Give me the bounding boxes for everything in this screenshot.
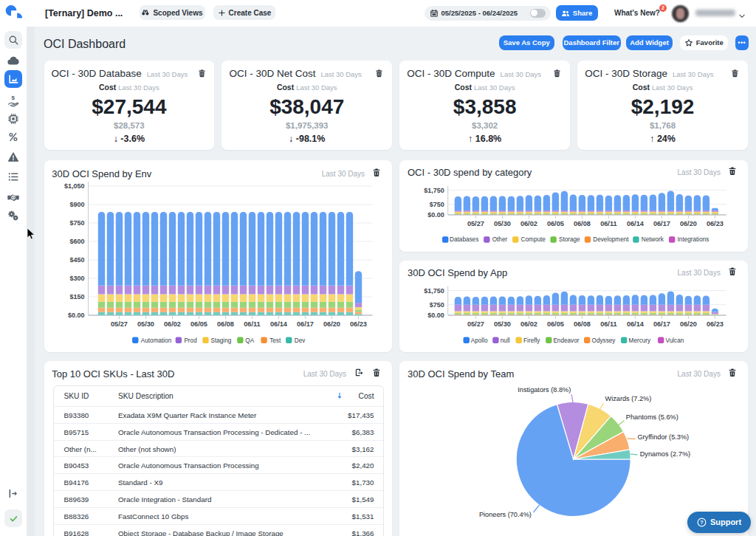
svg-text:06/14: 06/14 [627, 220, 645, 227]
svg-text:$1,050: $1,050 [64, 182, 84, 190]
svg-text:$0.00: $0.00 [68, 312, 84, 319]
svg-text:$0.00: $0.00 [428, 211, 444, 219]
svg-text:$750: $750 [430, 201, 444, 208]
svg-text:06/20: 06/20 [323, 320, 340, 328]
svg-text:06/11: 06/11 [600, 220, 616, 227]
svg-text:06/23: 06/23 [707, 320, 724, 328]
svg-text:06/20: 06/20 [680, 220, 697, 227]
svg-text:Development: Development [594, 236, 630, 243]
svg-text:06/05: 06/05 [190, 320, 207, 328]
svg-text:05/27: 05/27 [467, 320, 484, 328]
svg-text:$900: $900 [69, 201, 84, 208]
svg-text:06/23: 06/23 [707, 220, 724, 227]
svg-text:06/02: 06/02 [520, 220, 537, 227]
svg-text:$600: $600 [69, 238, 84, 245]
svg-text:Vulcan: Vulcan [666, 337, 684, 344]
svg-text:06/17: 06/17 [653, 220, 670, 227]
svg-text:$450: $450 [69, 256, 84, 264]
svg-text:$750: $750 [69, 219, 84, 227]
svg-text:Endeavor: Endeavor [554, 337, 580, 344]
svg-text:06/08: 06/08 [574, 320, 591, 328]
svg-text:06/11: 06/11 [600, 320, 616, 328]
svg-text:06/20: 06/20 [680, 320, 697, 328]
svg-text:$: $ [11, 95, 15, 101]
svg-text:Databases: Databases [450, 236, 478, 243]
svg-text:05/30: 05/30 [494, 220, 511, 227]
svg-text:Phantoms (5.6%): Phantoms (5.6%) [626, 413, 678, 421]
svg-text:05/27: 05/27 [110, 320, 127, 328]
svg-text:$300: $300 [69, 275, 84, 282]
svg-text:$: $ [13, 195, 15, 199]
svg-text:Wizards (7.2%): Wizards (7.2%) [605, 396, 652, 403]
svg-text:05/27: 05/27 [467, 220, 484, 227]
svg-text:Storage: Storage [559, 236, 580, 243]
svg-text:Apollo: Apollo [471, 337, 488, 344]
svg-text:Other: Other [492, 236, 508, 243]
svg-text:Dynamos (2.7%): Dynamos (2.7%) [640, 450, 690, 458]
svg-text:$0.00: $0.00 [428, 312, 444, 319]
svg-text:Prod: Prod [184, 337, 197, 344]
svg-text:QA: QA [245, 337, 254, 344]
svg-text:06/02: 06/02 [163, 320, 180, 328]
svg-text:$1,750: $1,750 [425, 187, 444, 194]
svg-text:$750: $750 [430, 301, 444, 309]
svg-text:Dev: Dev [294, 337, 305, 344]
svg-text:Pioneers (70.4%): Pioneers (70.4%) [479, 511, 532, 518]
svg-text:$150: $150 [69, 293, 84, 300]
svg-text:Compute: Compute [521, 236, 546, 243]
svg-text:Automation: Automation [140, 337, 171, 344]
svg-text:Gryffindor (5.3%): Gryffindor (5.3%) [638, 433, 690, 441]
svg-text:06/08: 06/08 [216, 320, 233, 328]
svg-text:06/14: 06/14 [269, 320, 287, 328]
svg-text:Odyssey: Odyssey [592, 337, 616, 344]
svg-text:Test: Test [269, 337, 281, 344]
svg-text:Integrations: Integrations [678, 236, 709, 243]
svg-text:06/11: 06/11 [244, 320, 260, 328]
svg-text:06/14: 06/14 [627, 320, 645, 328]
svg-text:?: ? [700, 519, 704, 526]
svg-text:$1,750: $1,750 [425, 287, 444, 295]
svg-text:06/17: 06/17 [296, 320, 313, 328]
svg-text:05/30: 05/30 [494, 320, 511, 328]
svg-text:06/23: 06/23 [349, 320, 366, 328]
svg-text:06/17: 06/17 [653, 320, 670, 328]
svg-text:Mercury: Mercury [629, 337, 651, 344]
svg-text:06/08: 06/08 [574, 220, 591, 227]
svg-text:05/30: 05/30 [137, 320, 154, 328]
svg-text:Staging: Staging [210, 337, 231, 344]
svg-text:null: null [501, 337, 510, 344]
svg-text:06/02: 06/02 [520, 320, 537, 328]
svg-text:Firefly: Firefly [523, 337, 540, 344]
svg-text:Network: Network [642, 236, 664, 243]
svg-text:Instigators (8.8%): Instigators (8.8%) [518, 386, 571, 394]
svg-text:06/05: 06/05 [547, 220, 564, 227]
svg-text:06/05: 06/05 [547, 320, 564, 328]
